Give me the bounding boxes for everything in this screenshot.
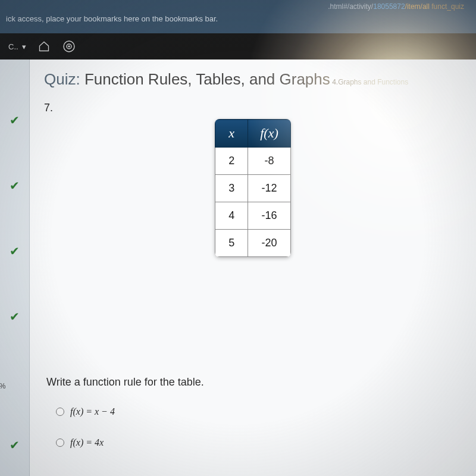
cell-x: 3 [215,175,248,202]
browser-chrome: .html#/activity/18055872/item/all funct_… [0,0,476,33]
bookmark-bar-hint: ick access, place your bookmarks here on… [6,11,470,23]
app-toolbar: C.. ▾ [0,33,476,60]
cell-x: 2 [215,148,248,175]
title-prefix: Quiz: [44,70,84,88]
progress-label: 0% [0,382,5,390]
course-menu-label: C.. [8,42,18,51]
url-text: /item/all [405,2,430,11]
cell-x: 5 [215,230,248,257]
table-row: 4 -16 [215,202,291,230]
home-icon[interactable] [38,40,50,52]
answer-option[interactable]: f(x) = 4x [56,437,462,448]
unit-label: 4.Graphs and Functions [330,78,408,86]
check-icon[interactable]: ✔ [10,309,20,324]
check-icon[interactable]: ✔ [10,438,20,452]
svg-point-2 [68,46,70,47]
course-menu-button[interactable]: C.. ▾ [8,42,26,51]
url-text: .html#/activity/ [328,2,373,11]
function-table: x f(x) 2 -8 3 -12 4 -16 [215,119,291,257]
answer-radio[interactable] [56,439,64,447]
content-area: ✔ ✔ ✔ ✔ 0% ✔ Quiz: Function Rules, Table… [0,60,476,476]
function-table-wrap: x f(x) 2 -8 3 -12 4 -16 [44,119,462,257]
answer-radio[interactable] [56,408,64,416]
cell-fx: -20 [248,230,291,257]
answer-label: f(x) = 4x [70,437,104,448]
title-name: Function Rules, Tables, and Graphs [84,70,330,88]
table-header-x: x [215,120,248,148]
cell-fx: -12 [248,175,291,202]
table-row: 3 -12 [215,175,291,202]
cell-x: 4 [215,202,248,230]
chevron-down-icon: ▾ [22,42,26,51]
url-text: funct_quiz [430,2,464,11]
answer-label: f(x) = x − 4 [70,406,115,417]
url-bar-fragment: .html#/activity/18055872/item/all funct_… [6,2,470,11]
question-nav-sidebar: ✔ ✔ ✔ ✔ 0% ✔ [0,60,30,476]
table-header-fx: f(x) [248,120,291,148]
question-prompt: Write a function rule for the table. [46,376,462,389]
question-number: 7. [44,102,462,114]
answer-option[interactable]: f(x) = x − 4 [56,406,462,417]
cell-fx: -8 [248,148,291,175]
table-row: 2 -8 [215,148,291,175]
check-icon[interactable]: ✔ [10,244,20,258]
check-icon[interactable]: ✔ [10,178,20,193]
check-icon[interactable]: ✔ [10,113,20,127]
quiz-main: Quiz: Function Rules, Tables, and Graphs… [30,60,476,476]
cell-fx: -16 [248,202,291,230]
page-title: Quiz: Function Rules, Tables, and Graphs… [44,70,462,89]
target-icon[interactable] [62,39,76,54]
table-row: 5 -20 [215,230,291,257]
url-text: 18055872 [373,2,405,11]
